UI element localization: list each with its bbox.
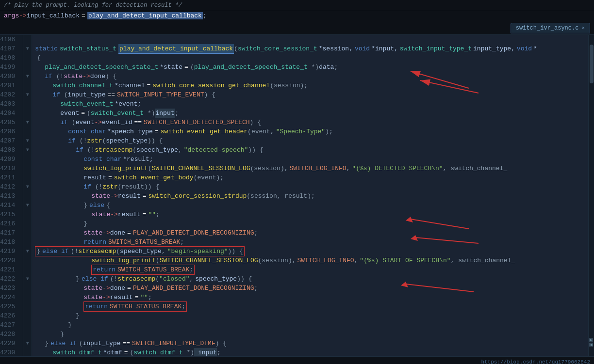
strcasecmp-func: strcasecmp [95, 145, 132, 155]
input-type-var: input_type [67, 90, 105, 99]
fold-4205[interactable]: ▼ [23, 118, 32, 127]
dtmf-var: *dtmf [103, 348, 122, 356]
fold-4203 [23, 99, 32, 109]
arrow5: -> [102, 228, 110, 237]
semi6: ; [189, 265, 193, 274]
tab-close-button[interactable]: × [581, 25, 585, 31]
fold-4212[interactable]: ▼ [23, 182, 32, 191]
paren: (! [52, 72, 64, 81]
line-numbers-panel: 4196 4197 4198 4199 4200 4201 4202 4203 … [0, 35, 23, 356]
close-brace1: } [83, 219, 87, 228]
func-get-channel: switch_core_session_get_channel [152, 81, 270, 90]
code-line-4220: switch_log_printf ( SWITCH_CHANNEL_SESSI… [35, 256, 588, 265]
scrollbar-thumb[interactable] [590, 45, 594, 83]
vertical-scrollbar[interactable]: ▶ ◀ [588, 35, 594, 356]
paren3: ( [68, 118, 76, 127]
code-line-4210: switch_log_printf ( SWITCH_CHANNEL_SESSI… [35, 164, 588, 173]
file-tab[interactable]: switch_ivr_async.c × [511, 23, 590, 33]
semi3: ; [156, 210, 160, 219]
zstr-func2: zstr [102, 182, 117, 191]
fold-4219[interactable]: ▼ [23, 247, 32, 256]
data-var: data [319, 63, 334, 72]
fold-4229[interactable]: ▼ [23, 339, 32, 348]
fold-4215 [23, 210, 32, 219]
strcasecmp-func2: strcasecmp [78, 247, 116, 256]
status-break-macro2: SWITCH_STATUS_BREAK [117, 265, 189, 274]
paren7: (! [71, 247, 79, 256]
eq3: = [81, 109, 85, 118]
close-brace6: } [60, 330, 64, 339]
close-brace7: } [45, 339, 49, 348]
channel-type: switch_channel_t [52, 81, 113, 90]
state-done-assign: state [83, 228, 102, 237]
args-var: args [4, 12, 19, 19]
cast-star3: *) [183, 348, 194, 356]
line-num-4208: 4208 [0, 145, 19, 155]
close-args1: ); [325, 127, 333, 136]
fold-4221 [23, 265, 32, 274]
input-callback-field: input_callback [27, 12, 80, 19]
get-body-func: switch_event_get_body [114, 173, 194, 182]
log-inner-args2: (session), [258, 256, 296, 265]
if-kw: if [45, 72, 52, 81]
state-type: play_and_detect_speech_state_t [45, 63, 158, 72]
closed-str: "closed" [159, 274, 189, 284]
speech-type-str: "Speech-Type" [276, 127, 325, 136]
scrollbar-arrows: ▶ ◀ [589, 338, 593, 347]
fold-4211 [23, 173, 32, 182]
fold-4200[interactable]: ▼ [23, 72, 32, 81]
eq8: = [127, 228, 131, 237]
log-printf-func2: switch_log_printf [91, 256, 156, 265]
line-num-4197: 4197 [0, 44, 19, 53]
result-field3: result [110, 293, 133, 302]
semi1: ; [334, 63, 338, 72]
fold-4208[interactable]: ▼ [23, 145, 32, 155]
line-num-4215: 4215 [0, 210, 19, 219]
status-url: https://blog.csdn.net/qq1779062842 [481, 359, 590, 364]
code-line-4207: if (! zstr ( speech_type )) { [35, 136, 588, 145]
fold-4207[interactable]: ▼ [23, 136, 32, 145]
log-args2: ( [156, 256, 160, 265]
event-id: event [75, 118, 94, 127]
line-num-4220: 4220 [0, 256, 19, 265]
paren5: (! [83, 145, 95, 155]
arrow7: -> [102, 293, 110, 302]
speech-type-arg4: speech_type [195, 274, 237, 284]
fold-4197[interactable]: ▼ [23, 44, 32, 53]
top-comment-bar: /* play the prompt. looking for detectio… [0, 0, 594, 11]
input-type-var2: input_type [82, 339, 120, 348]
paren-brace3: ) { [250, 118, 261, 127]
line-num-4217: 4217 [0, 228, 19, 237]
detected-speech-macro: SWITCH_EVENT_DETECTED_SPEECH [144, 118, 249, 127]
line-num-4212: 4212 [0, 182, 19, 191]
else-if-redbox: } else if (! strcasecmp ( speech_type , … [35, 246, 245, 256]
fold-4214[interactable]: ▼ [23, 201, 32, 210]
fold-4199 [23, 63, 32, 72]
scroll-right-arrow[interactable]: ▶ [589, 338, 593, 342]
code-line-4215: state -> result = "" ; [35, 210, 588, 219]
line-num-4216: 4216 [0, 219, 19, 228]
result-var: *result; [123, 155, 153, 164]
log-info2: SWITCH_LOG_INFO [297, 256, 354, 265]
speech-type-var: *speech_type [107, 127, 153, 136]
paren4: (! [76, 136, 87, 145]
line-num-4198: 4198 [0, 53, 19, 63]
code-line-4228: } [35, 330, 588, 339]
result-field: result [118, 191, 141, 201]
status-break-macro3: SWITCH_STATUS_BREAK [110, 302, 182, 311]
line-num-4213: 4213 [0, 191, 19, 201]
eq5: = [108, 173, 112, 182]
state-done-assign2: state [83, 284, 102, 293]
const-kw: const char [68, 127, 106, 136]
code-line-4198: { [35, 53, 588, 63]
fold-4202[interactable]: ▼ [23, 90, 32, 99]
line-num-4203: 4203 [0, 99, 19, 109]
args3: ( [132, 145, 136, 155]
fold-4222[interactable]: ▼ [23, 274, 32, 284]
comma5: , [190, 274, 194, 284]
code-line-4201: switch_channel_t *channel = switch_core_… [35, 81, 588, 90]
paren6: (! [91, 182, 102, 191]
event-assign: event [60, 109, 79, 118]
return-break-redbox: return SWITCH_STATUS_BREAK ; [91, 265, 195, 275]
scroll-left-arrow[interactable]: ◀ [589, 343, 593, 347]
